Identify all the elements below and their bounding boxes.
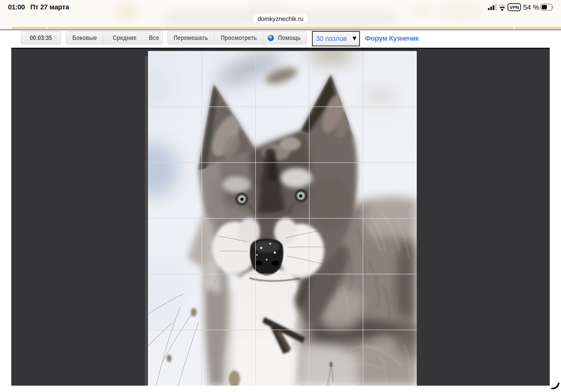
svg-text:54 %: 54 % xyxy=(523,3,539,11)
svg-text:domkyznechik.ru: domkyznechik.ru xyxy=(258,15,303,22)
svg-text:?: ? xyxy=(270,35,272,40)
svg-text:VPN: VPN xyxy=(509,5,519,10)
